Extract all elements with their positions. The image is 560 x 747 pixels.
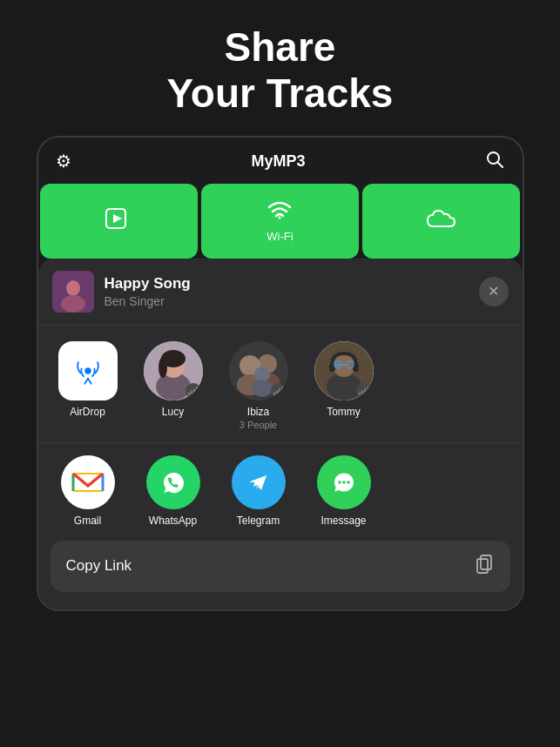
imessage-icon [317, 455, 371, 509]
copy-link-button[interactable]: Copy Link [51, 541, 510, 592]
apps-row: Gmail WhatsApp [38, 442, 523, 532]
app-imessage[interactable]: Imessage [305, 455, 383, 527]
app-title: MyMP3 [251, 152, 305, 171]
app-whatsapp[interactable]: WhatsApp [134, 455, 213, 527]
contact-airdrop[interactable]: AirDrop [49, 341, 127, 418]
contact-tommy[interactable]: Tommy [305, 341, 383, 418]
svg-point-35 [347, 481, 350, 484]
gmail-icon [61, 455, 115, 509]
whatsapp-label: WhatsApp [149, 515, 197, 527]
hero-title: Share Your Tracks [167, 24, 394, 117]
ibiza-label: Ibiza [247, 406, 269, 418]
tommy-signal-badge [356, 383, 372, 399]
copy-link-icon [474, 554, 495, 579]
wifi-icon [266, 199, 293, 225]
contact-lucy[interactable]: Lucy [134, 341, 213, 418]
phone-frame: ⚙ MyMP3 [37, 136, 524, 611]
contact-ibiza[interactable]: Ibiza 3 People [219, 341, 298, 430]
lucy-signal-badge [186, 383, 201, 399]
ibiza-sub: 3 People [240, 420, 277, 430]
tommy-label: Tommy [327, 406, 361, 418]
svg-line-1 [497, 162, 503, 167]
svg-point-33 [338, 481, 341, 484]
lucy-avatar [144, 341, 203, 400]
tile-cloud[interactable] [362, 184, 520, 259]
song-thumbnail [52, 271, 94, 313]
gmail-label: Gmail [74, 515, 101, 527]
search-icon[interactable] [485, 150, 504, 173]
svg-point-7 [61, 295, 85, 313]
song-title: Happy Song [105, 275, 479, 293]
whatsapp-icon [146, 455, 200, 509]
app-header: ⚙ MyMP3 [38, 138, 523, 182]
telegram-icon [232, 455, 286, 509]
ibiza-avatar [229, 341, 288, 400]
telegram-label: Telegram [237, 515, 280, 527]
svg-rect-37 [477, 559, 488, 573]
close-button[interactable]: ✕ [479, 277, 509, 306]
svg-marker-3 [113, 214, 122, 223]
share-sheet: Happy Song Ben Singer ✕ [38, 259, 523, 609]
copy-link-label: Copy Link [66, 557, 132, 575]
svg-point-14 [159, 357, 167, 378]
video-icon [105, 208, 132, 234]
svg-point-4 [279, 217, 281, 219]
ibiza-signal-badge [271, 383, 287, 399]
svg-point-34 [342, 481, 346, 484]
song-row: Happy Song Ben Singer ✕ [38, 259, 523, 326]
svg-point-9 [84, 367, 91, 374]
airdrop-avatar [58, 341, 118, 400]
imessage-label: Imessage [320, 515, 366, 527]
svg-rect-36 [481, 555, 491, 569]
tile-video[interactable] [40, 184, 198, 259]
app-gmail[interactable]: Gmail [49, 455, 127, 527]
tommy-avatar [314, 341, 374, 400]
tile-wifi[interactable]: Wi-Fi [201, 184, 359, 259]
song-artist: Ben Singer [105, 294, 479, 308]
song-info: Happy Song Ben Singer [105, 275, 479, 308]
svg-point-6 [66, 280, 80, 296]
tiles-row: Wi-Fi [38, 182, 523, 260]
settings-icon[interactable]: ⚙ [56, 151, 71, 172]
lucy-label: Lucy [162, 406, 184, 418]
app-telegram[interactable]: Telegram [219, 455, 298, 527]
cloud-icon [426, 207, 457, 235]
contacts-row: AirDrop [38, 326, 523, 439]
wifi-label: Wi-Fi [267, 230, 293, 243]
svg-point-21 [252, 380, 273, 397]
airdrop-label: AirDrop [70, 406, 105, 418]
